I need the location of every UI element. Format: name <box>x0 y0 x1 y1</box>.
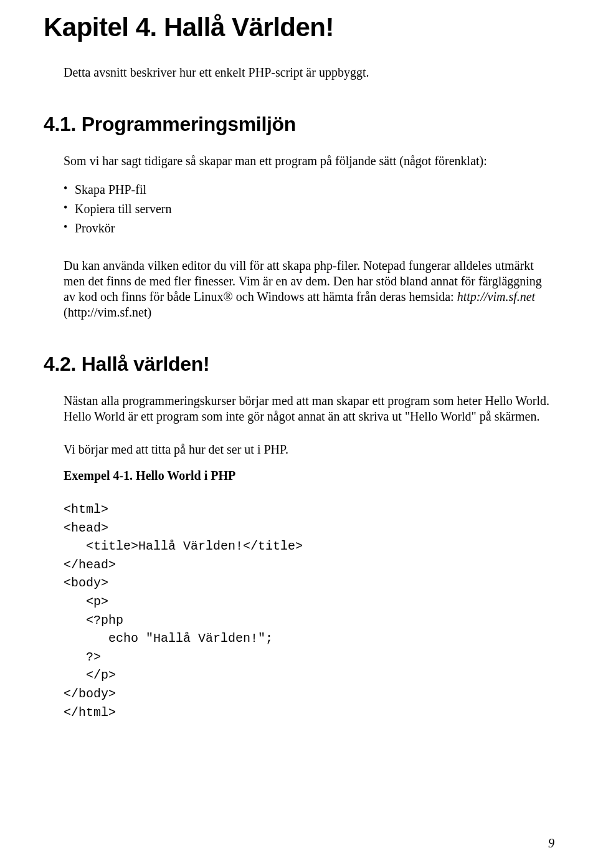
example-title: Exempel 4-1. Hello World i PHP <box>64 469 554 483</box>
section-4-2-para2: Vi börjar med att titta på hur det ser u… <box>64 442 554 457</box>
section-4-1-title: 4.1. Programmeringsmiljön <box>44 113 554 136</box>
page: Kapitel 4. Hallå Världen! Detta avsnitt … <box>0 0 598 868</box>
section-4-2-body: Nästan alla programmeringskurser börjar … <box>64 393 554 722</box>
section-4-2-para1: Nästan alla programmeringskurser börjar … <box>64 393 554 424</box>
list-item: Provkör <box>64 219 554 238</box>
steps-list: Skapa PHP-fil Kopiera till servern Provk… <box>64 180 554 238</box>
section-4-1-para2: Du kan använda vilken editor du vill för… <box>64 258 554 320</box>
chapter-intro-block: Detta avsnitt beskriver hur ett enkelt P… <box>64 65 554 80</box>
page-number: 9 <box>548 836 554 851</box>
chapter-title: Kapitel 4. Hallå Världen! <box>44 12 554 42</box>
chapter-intro: Detta avsnitt beskriver hur ett enkelt P… <box>64 65 554 80</box>
section-4-1-lead: Som vi har sagt tidigare så skapar man e… <box>64 153 554 169</box>
list-item: Kopiera till servern <box>64 199 554 219</box>
section-4-2-title: 4.2. Hallå världen! <box>44 353 554 376</box>
list-item: Skapa PHP-fil <box>64 180 554 199</box>
vim-link[interactable]: http://vim.sf.net <box>457 290 536 303</box>
code-block: <html> <head> <title>Hallå Världen!</tit… <box>64 500 554 722</box>
para2-text-b: (http://vim.sf.net) <box>64 305 151 319</box>
section-4-1-body: Som vi har sagt tidigare så skapar man e… <box>64 153 554 320</box>
